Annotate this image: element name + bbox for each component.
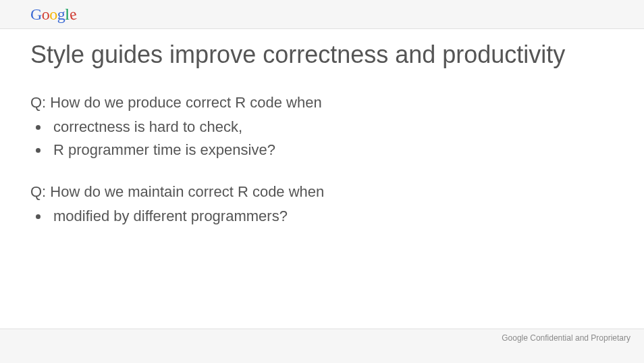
list-item: R programmer time is expensive?: [49, 139, 603, 162]
slide-body: Q: How do we produce correct R code when…: [30, 91, 603, 228]
footer-bar: Google Confidential and Proprietary: [0, 329, 644, 363]
google-logo: Google: [30, 5, 76, 24]
logo-letter: G: [30, 5, 42, 24]
logo-letter: o: [42, 5, 50, 24]
question-text: Q: How do we maintain correct R code whe…: [30, 180, 603, 203]
slide: Google Style guides improve correctness …: [0, 0, 644, 363]
header-bar: Google: [0, 0, 644, 29]
question-text: Q: How do we produce correct R code when: [30, 91, 603, 114]
bullet-list: correctness is hard to check, R programm…: [49, 116, 603, 162]
bullet-list: modified by different programmers?: [49, 205, 603, 228]
list-item: modified by different programmers?: [49, 205, 603, 228]
footer-text: Google Confidential and Proprietary: [502, 333, 630, 343]
list-item: correctness is hard to check,: [49, 116, 603, 139]
logo-letter: o: [49, 5, 57, 24]
spacer: [30, 162, 603, 180]
logo-letter: g: [57, 5, 65, 24]
slide-title: Style guides improve correctness and pro…: [30, 41, 614, 69]
